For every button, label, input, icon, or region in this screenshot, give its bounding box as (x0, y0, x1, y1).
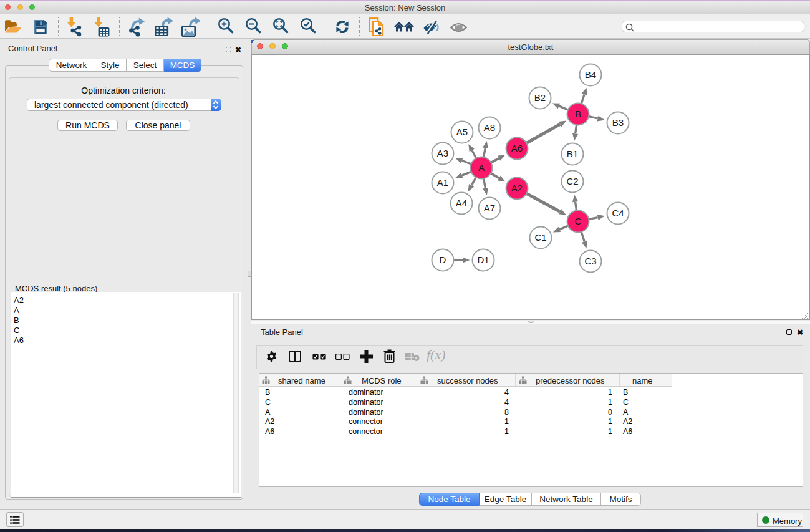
svg-text:D: D (440, 254, 446, 265)
svg-text:A4: A4 (456, 198, 467, 208)
svg-text:C: C (575, 216, 582, 226)
svg-text:A3: A3 (437, 148, 448, 158)
svg-text:B2: B2 (534, 92, 546, 103)
svg-text:D1: D1 (477, 254, 489, 265)
svg-text:A2: A2 (511, 183, 523, 193)
svg-text:A8: A8 (484, 122, 495, 133)
svg-text:A7: A7 (484, 203, 495, 213)
svg-text:B4: B4 (585, 69, 596, 80)
svg-text:B3: B3 (612, 117, 624, 128)
svg-text:C3: C3 (584, 256, 596, 266)
svg-text:A: A (478, 162, 485, 173)
svg-text:C2: C2 (566, 176, 578, 186)
svg-text:C1: C1 (534, 232, 546, 243)
svg-text:A5: A5 (456, 127, 468, 137)
svg-text:B: B (575, 109, 581, 119)
svg-text:A6: A6 (511, 143, 523, 153)
svg-text:B1: B1 (567, 148, 578, 159)
svg-text:C4: C4 (612, 208, 624, 218)
svg-text:A1: A1 (437, 177, 448, 188)
